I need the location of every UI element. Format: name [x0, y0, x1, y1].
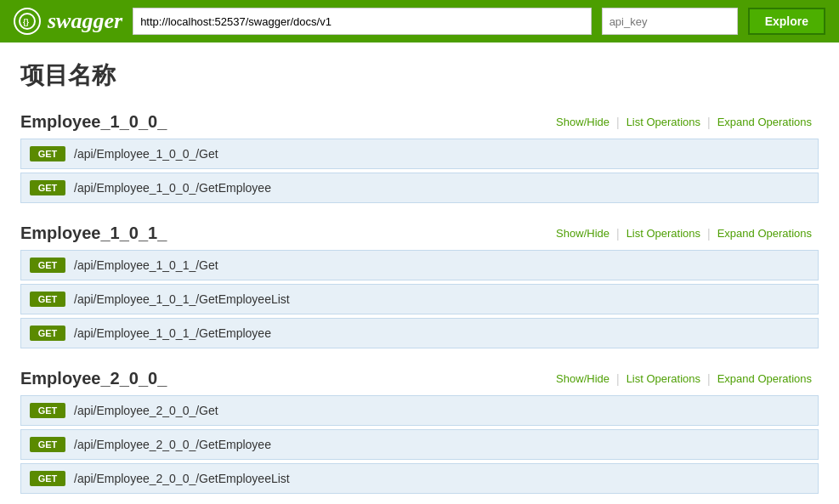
api-group-group1: Employee_1_0_0_Show/Hide|List Operations… [20, 112, 819, 203]
method-badge-group2-2: GET [30, 326, 65, 341]
endpoint-path-group3-0: /api/Employee_2_0_0_/Get [74, 404, 218, 417]
endpoint-row-group2-2[interactable]: GET/api/Employee_1_0_1_/GetEmployee [20, 318, 819, 348]
api-group-header-group1: Employee_1_0_0_Show/Hide|List Operations… [20, 112, 819, 132]
method-badge-group2-0: GET [30, 258, 65, 273]
endpoint-path-group2-2: /api/Employee_1_0_1_/GetEmployee [74, 326, 271, 340]
api-group-actions-group2: Show/Hide|List Operations|Expand Operati… [549, 227, 819, 241]
logo-container: {} swagger [14, 8, 122, 35]
main-content: 项目名称 Employee_1_0_0_Show/Hide|List Opera… [0, 42, 839, 504]
show-hide-link-group1[interactable]: Show/Hide [549, 116, 616, 128]
api-group-title-group3: Employee_2_0_0_ [20, 369, 167, 388]
endpoint-path-group2-0: /api/Employee_1_0_1_/Get [74, 258, 218, 272]
api-group-title-group2: Employee_1_0_1_ [20, 224, 167, 243]
api-group-group2: Employee_1_0_1_Show/Hide|List Operations… [20, 224, 819, 348]
method-badge-group3-1: GET [30, 437, 65, 452]
swagger-logo-text: swagger [48, 8, 122, 34]
endpoint-row-group1-1[interactable]: GET/api/Employee_1_0_0_/GetEmployee [20, 173, 819, 203]
method-badge-group2-1: GET [30, 292, 65, 307]
endpoint-row-group1-0[interactable]: GET/api/Employee_1_0_0_/Get [20, 139, 819, 169]
endpoint-row-group2-0[interactable]: GET/api/Employee_1_0_1_/Get [20, 250, 819, 280]
explore-button[interactable]: Explore [748, 8, 825, 35]
api-group-header-group3: Employee_2_0_0_Show/Hide|List Operations… [20, 369, 819, 388]
endpoint-row-group2-1[interactable]: GET/api/Employee_1_0_1_/GetEmployeeList [20, 284, 819, 314]
api-group-title-group1: Employee_1_0_0_ [20, 112, 167, 132]
url-input[interactable] [133, 8, 592, 35]
list-ops-link-group2[interactable]: List Operations [620, 227, 707, 240]
page-title: 项目名称 [20, 59, 819, 92]
show-hide-link-group3[interactable]: Show/Hide [549, 372, 616, 385]
endpoint-path-group3-1: /api/Employee_2_0_0_/GetEmployee [74, 438, 271, 451]
api-group-header-group2: Employee_1_0_1_Show/Hide|List Operations… [20, 224, 819, 243]
method-badge-group3-2: GET [30, 471, 65, 486]
api-key-input[interactable] [602, 8, 738, 35]
api-group-group3: Employee_2_0_0_Show/Hide|List Operations… [20, 369, 819, 494]
api-groups-container: Employee_1_0_0_Show/Hide|List Operations… [20, 112, 819, 494]
method-badge-group1-0: GET [30, 146, 65, 161]
expand-ops-link-group1[interactable]: Expand Operations [711, 116, 819, 128]
endpoint-row-group3-0[interactable]: GET/api/Employee_2_0_0_/Get [20, 395, 819, 426]
endpoint-path-group2-1: /api/Employee_1_0_1_/GetEmployeeList [74, 292, 290, 306]
swagger-logo-icon: {} [14, 8, 41, 35]
api-group-actions-group3: Show/Hide|List Operations|Expand Operati… [549, 372, 819, 386]
svg-text:{}: {} [23, 18, 30, 26]
endpoint-path-group1-1: /api/Employee_1_0_0_/GetEmployee [74, 181, 271, 195]
endpoint-path-group1-0: /api/Employee_1_0_0_/Get [74, 147, 218, 161]
endpoint-row-group3-2[interactable]: GET/api/Employee_2_0_0_/GetEmployeeList [20, 463, 819, 494]
method-badge-group3-0: GET [30, 403, 65, 418]
endpoint-path-group3-2: /api/Employee_2_0_0_/GetEmployeeList [74, 472, 290, 485]
method-badge-group1-1: GET [30, 180, 65, 195]
app-header: {} swagger Explore [0, 0, 839, 42]
expand-ops-link-group2[interactable]: Expand Operations [711, 227, 819, 240]
list-ops-link-group3[interactable]: List Operations [620, 372, 707, 385]
expand-ops-link-group3[interactable]: Expand Operations [711, 372, 819, 385]
show-hide-link-group2[interactable]: Show/Hide [549, 227, 616, 240]
api-group-actions-group1: Show/Hide|List Operations|Expand Operati… [549, 116, 819, 129]
list-ops-link-group1[interactable]: List Operations [620, 116, 707, 128]
endpoint-row-group3-1[interactable]: GET/api/Employee_2_0_0_/GetEmployee [20, 429, 819, 460]
